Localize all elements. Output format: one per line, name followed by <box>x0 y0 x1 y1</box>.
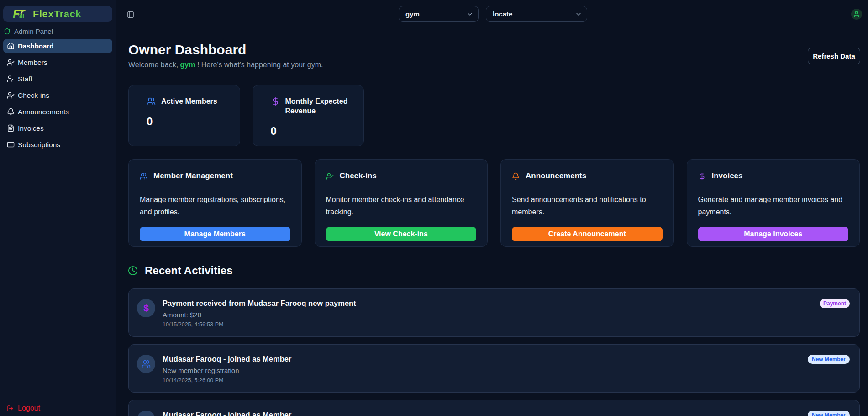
svg-text:T: T <box>18 8 26 20</box>
